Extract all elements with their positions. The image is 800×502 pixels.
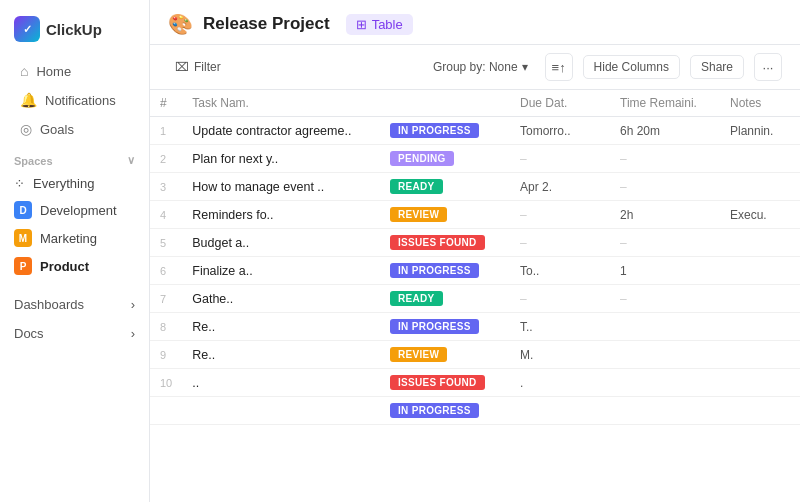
row-num: 2 — [150, 145, 182, 173]
bell-icon: 🔔 — [20, 92, 37, 108]
table-row[interactable]: 6Finalize a..IN PROGRESSTo..1 — [150, 257, 800, 285]
sidebar-item-docs[interactable]: Docs › — [0, 319, 149, 348]
sidebar-item-goals[interactable]: ◎ Goals — [6, 115, 143, 143]
hide-columns-button[interactable]: Hide Columns — [583, 55, 680, 79]
status-badge: ISSUES FOUND — [390, 235, 485, 250]
hide-columns-label: Hide Columns — [594, 60, 669, 74]
notes — [720, 397, 800, 425]
due-date: – — [510, 145, 610, 173]
time-remaining — [610, 397, 720, 425]
table-view-tab[interactable]: ⊞ Table — [346, 14, 413, 35]
notes — [720, 369, 800, 397]
status-badge: REVIEW — [390, 207, 447, 222]
task-name[interactable]: Update contractor agreeme.. — [182, 117, 380, 145]
dev-dot: D — [14, 201, 32, 219]
task-name[interactable]: How to manage event .. — [182, 173, 380, 201]
col-header-time: Time Remaini. — [610, 90, 720, 117]
space-label-product: Product — [40, 259, 89, 274]
sidebar-nav: ⌂ Home 🔔 Notifications ◎ Goals — [0, 56, 149, 144]
space-item-development[interactable]: D Development — [0, 196, 149, 224]
task-name[interactable]: Re.. — [182, 313, 380, 341]
col-header-due: Due Dat. — [510, 90, 610, 117]
task-status: IN PROGRESS — [380, 397, 510, 425]
table-row[interactable]: 8Re..IN PROGRESST.. — [150, 313, 800, 341]
sidebar-item-dashboards[interactable]: Dashboards › — [0, 290, 149, 319]
filter-button[interactable]: ⌧ Filter — [168, 57, 228, 77]
task-name[interactable]: Re.. — [182, 341, 380, 369]
table-row[interactable]: IN PROGRESS — [150, 397, 800, 425]
table-row[interactable]: 2Plan for next y..PENDING–– — [150, 145, 800, 173]
sort-icon: ≡↑ — [552, 60, 566, 75]
time-remaining: 2h — [610, 201, 720, 229]
task-name[interactable]: Plan for next y.. — [182, 145, 380, 173]
logo-text: ClickUp — [46, 21, 102, 38]
share-button[interactable]: Share — [690, 55, 744, 79]
table-view-icon: ⊞ — [356, 17, 367, 32]
product-dot: P — [14, 257, 32, 275]
groupby-label: Group by: None — [433, 60, 518, 74]
table-row[interactable]: 3How to manage event ..READYApr 2.– — [150, 173, 800, 201]
col-header-notes: Notes — [720, 90, 800, 117]
notes — [720, 313, 800, 341]
notes — [720, 173, 800, 201]
notes: Plannin. — [720, 117, 800, 145]
row-num — [150, 397, 182, 425]
sidebar-item-notifications[interactable]: 🔔 Notifications — [6, 86, 143, 114]
notes — [720, 341, 800, 369]
project-icon: 🎨 — [168, 12, 193, 36]
notes — [720, 145, 800, 173]
time-remaining: – — [610, 229, 720, 257]
task-name[interactable]: .. — [182, 369, 380, 397]
notes — [720, 229, 800, 257]
col-header-task-name: Task Nam. — [182, 90, 380, 117]
sidebar-bottom: Dashboards › Docs › — [0, 290, 149, 348]
time-remaining — [610, 313, 720, 341]
spaces-collapse-icon[interactable]: ∨ — [127, 154, 135, 167]
space-item-product[interactable]: P Product — [0, 252, 149, 280]
table-row[interactable]: 9Re..REVIEWM. — [150, 341, 800, 369]
time-remaining: 6h 20m — [610, 117, 720, 145]
table-row[interactable]: 5Budget a..ISSUES FOUND–– — [150, 229, 800, 257]
task-table-container: # Task Nam. Due Dat. Time Remaini. Notes… — [150, 90, 800, 502]
table-row[interactable]: 10..ISSUES FOUND. — [150, 369, 800, 397]
task-name[interactable] — [182, 397, 380, 425]
due-date: – — [510, 201, 610, 229]
dashboards-expand-icon: › — [131, 297, 135, 312]
table-view-label: Table — [372, 17, 403, 32]
space-item-everything[interactable]: ⁘ Everything — [0, 171, 149, 196]
task-name[interactable]: Budget a.. — [182, 229, 380, 257]
time-remaining: – — [610, 285, 720, 313]
table-row[interactable]: 4Reminders fo..REVIEW–2hExecu. — [150, 201, 800, 229]
toolbar: ⌧ Filter Group by: None ▾ ≡↑ Hide Column… — [150, 45, 800, 90]
task-status: IN PROGRESS — [380, 313, 510, 341]
sort-button[interactable]: ≡↑ — [545, 53, 573, 81]
time-remaining — [610, 341, 720, 369]
status-badge: IN PROGRESS — [390, 263, 479, 278]
main-header: 🎨 Release Project ⊞ Table — [150, 0, 800, 45]
row-num: 8 — [150, 313, 182, 341]
table-row[interactable]: 7Gathe..READY–– — [150, 285, 800, 313]
space-label-marketing: Marketing — [40, 231, 97, 246]
table-row[interactable]: 1Update contractor agreeme..IN PROGRESST… — [150, 117, 800, 145]
time-remaining — [610, 369, 720, 397]
task-name[interactable]: Reminders fo.. — [182, 201, 380, 229]
row-num: 5 — [150, 229, 182, 257]
groupby-button[interactable]: Group by: None ▾ — [426, 57, 535, 77]
task-name[interactable]: Finalize a.. — [182, 257, 380, 285]
goals-icon: ◎ — [20, 121, 32, 137]
sidebar-item-goals-label: Goals — [40, 122, 74, 137]
due-date: – — [510, 229, 610, 257]
task-status: ISSUES FOUND — [380, 369, 510, 397]
row-num: 3 — [150, 173, 182, 201]
space-item-marketing[interactable]: M Marketing — [0, 224, 149, 252]
spaces-section-label: Spaces ∨ — [0, 144, 149, 171]
sidebar-item-notifications-label: Notifications — [45, 93, 116, 108]
logo-icon: ✓ — [14, 16, 40, 42]
sidebar-item-home[interactable]: ⌂ Home — [6, 57, 143, 85]
more-options-button[interactable]: ··· — [754, 53, 782, 81]
status-badge: READY — [390, 179, 443, 194]
home-icon: ⌂ — [20, 63, 28, 79]
task-name[interactable]: Gathe.. — [182, 285, 380, 313]
groupby-chevron-icon: ▾ — [522, 60, 528, 74]
sidebar-item-home-label: Home — [36, 64, 71, 79]
